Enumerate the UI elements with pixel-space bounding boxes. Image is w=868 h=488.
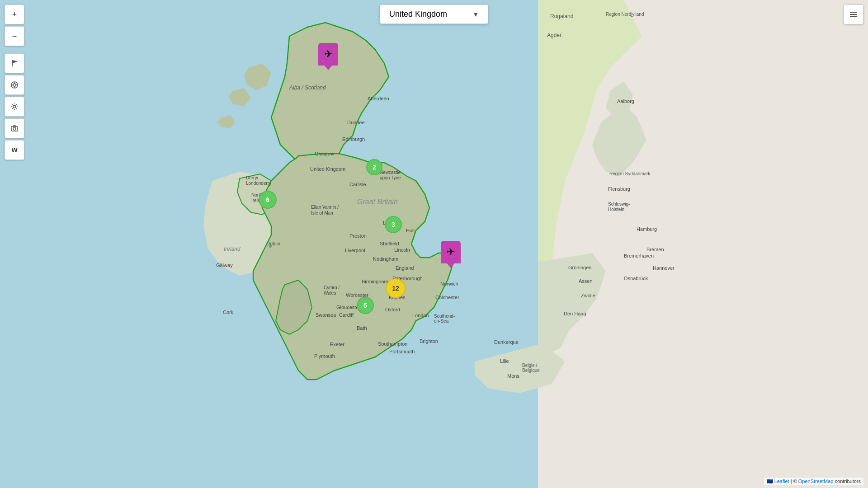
layers-icon xyxy=(849,10,858,19)
map-container: Alba / Scotland Aberdeen Dundee Edinburg… xyxy=(0,0,868,488)
svg-text:Exeter: Exeter xyxy=(330,342,344,347)
svg-text:on-Sea: on-Sea xyxy=(434,319,449,324)
svg-text:Belgie /: Belgie / xyxy=(522,363,538,368)
svg-text:Edinburgh: Edinburgh xyxy=(342,136,365,142)
svg-text:Portsmouth: Portsmouth xyxy=(389,349,415,354)
svg-text:Dunkerque: Dunkerque xyxy=(494,339,519,345)
svg-rect-102 xyxy=(850,16,857,17)
settings-button[interactable] xyxy=(5,97,24,117)
cluster-marker-6[interactable]: 6 xyxy=(259,191,277,209)
svg-text:Southend-: Southend- xyxy=(434,314,455,319)
svg-text:Den Haag: Den Haag xyxy=(564,311,586,316)
leaflet-link[interactable]: Leaflet xyxy=(774,479,789,484)
osm-link[interactable]: OpenStreetMap xyxy=(798,479,834,484)
svg-text:upon Tyne: upon Tyne xyxy=(380,175,401,180)
svg-point-92 xyxy=(13,84,16,86)
svg-text:Isle of Man: Isle of Man xyxy=(311,211,333,216)
svg-text:Glasgow: Glasgow xyxy=(315,151,334,156)
svg-text:Plymouth: Plymouth xyxy=(314,353,335,359)
svg-text:United Kingdom: United Kingdom xyxy=(310,166,345,172)
svg-text:England: England xyxy=(396,265,414,271)
svg-text:Bath: Bath xyxy=(357,325,367,331)
svg-point-97 xyxy=(13,105,16,108)
svg-text:Londonderry: Londonderry xyxy=(246,181,271,186)
plane-icon-1: ✈ xyxy=(324,48,332,60)
svg-text:Dublin: Dublin xyxy=(266,241,280,246)
target-icon xyxy=(10,81,19,89)
svg-text:Region Syddanmark: Region Syddanmark xyxy=(609,171,651,176)
country-dropdown[interactable]: United Kingdom ▼ xyxy=(380,5,488,24)
svg-text:Ellan Vannin /: Ellan Vannin / xyxy=(311,205,339,210)
cluster-count: 12 xyxy=(392,285,399,292)
svg-text:Alba / Scotland: Alba / Scotland xyxy=(289,84,326,91)
zoom-in-button[interactable]: + xyxy=(5,5,24,24)
svg-text:Derry/: Derry/ xyxy=(246,175,258,180)
country-label: United Kingdom xyxy=(389,9,447,19)
leaflet-flag: 🇪🇺 xyxy=(767,479,774,484)
svg-text:Osnabrück: Osnabrück xyxy=(624,276,648,281)
svg-text:Great Britain: Great Britain xyxy=(357,198,398,206)
w-button[interactable]: W xyxy=(5,140,24,160)
svg-text:Bremerhaven: Bremerhaven xyxy=(624,253,654,258)
flag-icon xyxy=(10,59,19,67)
svg-text:Cardiff: Cardiff xyxy=(339,312,354,318)
svg-marker-90 xyxy=(13,60,18,63)
svg-text:Rogaland: Rogaland xyxy=(550,13,573,19)
svg-text:Bremen: Bremen xyxy=(646,247,664,252)
svg-text:London: London xyxy=(412,313,429,318)
svg-text:Schleswig-: Schleswig- xyxy=(608,202,630,206)
svg-text:Swansea: Swansea xyxy=(316,312,336,318)
svg-text:Assen: Assen xyxy=(579,278,593,284)
svg-text:Flensburg: Flensburg xyxy=(608,186,630,192)
svg-text:Lille: Lille xyxy=(500,358,509,364)
gear-icon xyxy=(10,103,19,111)
chevron-down-icon: ▼ xyxy=(472,11,479,18)
zoom-out-button[interactable]: − xyxy=(5,26,24,46)
svg-text:Cymru /: Cymru / xyxy=(324,285,340,290)
svg-rect-89 xyxy=(12,60,13,66)
svg-rect-100 xyxy=(850,12,857,13)
svg-text:Carlisle: Carlisle xyxy=(349,182,366,187)
svg-text:Liverpool: Liverpool xyxy=(345,248,365,253)
cluster-count: 3 xyxy=(392,221,395,228)
svg-text:Newcastle: Newcastle xyxy=(380,170,401,175)
svg-text:Hannover: Hannover xyxy=(653,265,675,271)
svg-text:Dundee: Dundee xyxy=(347,120,365,125)
svg-text:Mons: Mons xyxy=(507,373,519,379)
svg-point-88 xyxy=(220,263,222,266)
cluster-count: 5 xyxy=(363,302,367,309)
svg-text:Holstein: Holstein xyxy=(608,207,624,212)
svg-text:Agder: Agder xyxy=(547,32,561,38)
camera-button[interactable] xyxy=(5,118,24,138)
cluster-marker-2[interactable]: 2 xyxy=(366,159,382,175)
plane-marker-1[interactable]: ✈ xyxy=(318,43,338,66)
cluster-marker-12[interactable]: 12 xyxy=(386,278,406,298)
svg-text:Birmingham: Birmingham xyxy=(362,279,388,284)
svg-text:Region Nordjylland: Region Nordjylland xyxy=(606,12,644,17)
svg-text:Aalborg: Aalborg xyxy=(617,99,634,104)
target-button[interactable] xyxy=(5,75,24,95)
svg-text:Colchester: Colchester xyxy=(435,295,459,300)
layers-button[interactable] xyxy=(844,5,863,24)
svg-text:Zwolle: Zwolle xyxy=(581,293,595,298)
w-label: W xyxy=(11,146,17,154)
left-toolbar: + − xyxy=(5,5,24,160)
svg-text:Aberdeen: Aberdeen xyxy=(368,96,389,101)
plane-marker-2[interactable]: ✈ xyxy=(441,241,461,263)
svg-text:Southampton: Southampton xyxy=(378,341,407,347)
svg-text:Hamburg: Hamburg xyxy=(637,226,657,232)
svg-text:Wales: Wales xyxy=(324,291,336,296)
cluster-count: 2 xyxy=(373,164,376,171)
camera-icon xyxy=(10,124,19,132)
flag-button[interactable] xyxy=(5,53,24,73)
svg-text:Brighton: Brighton xyxy=(420,338,438,344)
svg-text:Norwich: Norwich xyxy=(440,281,458,286)
svg-text:Galway: Galway xyxy=(216,263,233,268)
svg-text:Belgique: Belgique xyxy=(522,368,540,373)
cluster-marker-5[interactable]: 5 xyxy=(357,297,374,314)
cluster-marker-3[interactable]: 3 xyxy=(385,216,402,233)
attribution-separator: | © xyxy=(791,479,798,484)
svg-text:Preston: Preston xyxy=(349,233,367,239)
svg-text:Lincoln: Lincoln xyxy=(394,247,410,253)
svg-text:Ireland: Ireland xyxy=(224,246,241,252)
